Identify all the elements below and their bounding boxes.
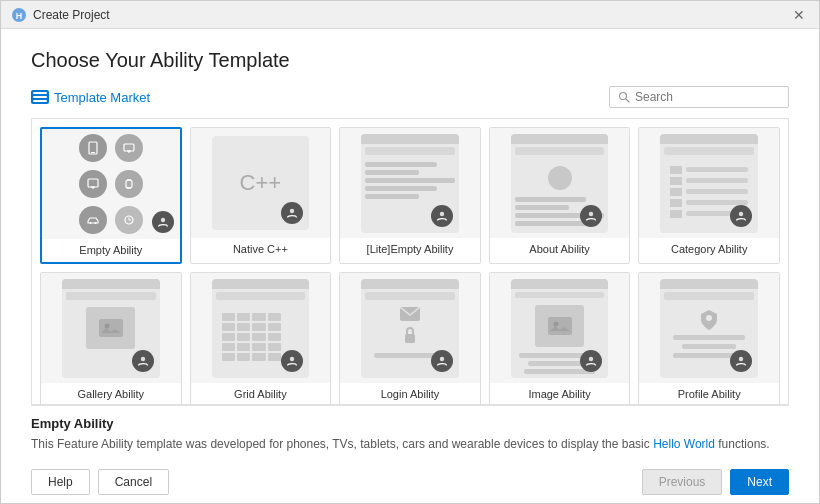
cancel-button[interactable]: Cancel (98, 469, 169, 495)
svg-point-27 (739, 211, 743, 215)
avatar-badge-login (431, 350, 453, 372)
svg-point-37 (589, 356, 593, 360)
svg-rect-35 (548, 317, 572, 335)
template-card-image-ability[interactable]: Image Ability (489, 272, 631, 405)
footer: Help Cancel Previous Next (31, 461, 789, 495)
svg-rect-15 (126, 180, 132, 188)
svg-rect-9 (124, 144, 134, 151)
template-label-category-ability: Category Ability (639, 238, 779, 261)
help-button[interactable]: Help (31, 469, 90, 495)
svg-rect-12 (88, 179, 98, 187)
svg-point-18 (89, 222, 91, 224)
avatar-badge-profile (730, 350, 752, 372)
template-card-native-cpp[interactable]: C++ Native C++ (190, 127, 332, 264)
avatar-badge (152, 211, 174, 233)
title-bar-title: Create Project (33, 8, 110, 22)
svg-rect-8 (91, 152, 95, 153)
template-market-label: Template Market (54, 90, 150, 105)
dialog-body: Choose Your Ability Template Template Ma… (1, 29, 819, 504)
footer-right: Previous Next (642, 469, 789, 495)
app-icon: H (11, 7, 27, 23)
svg-point-25 (440, 211, 444, 215)
template-label-gallery-ability: Gallery Ability (41, 383, 181, 405)
email-icon (400, 307, 420, 321)
avatar-badge-gallery (132, 350, 154, 372)
template-card-lite-empty[interactable]: [Lite]Empty Ability (339, 127, 481, 264)
svg-point-31 (290, 356, 294, 360)
avatar-badge-about (580, 205, 602, 227)
template-card-gallery-ability[interactable]: Gallery Ability (40, 272, 182, 405)
svg-line-6 (626, 99, 629, 102)
svg-text:H: H (16, 11, 23, 21)
title-bar: H Create Project ✕ (1, 1, 819, 29)
info-desc-highlight: Hello World (653, 437, 715, 451)
template-label-native-cpp: Native C++ (191, 238, 331, 261)
svg-point-39 (739, 356, 743, 360)
next-button[interactable]: Next (730, 469, 789, 495)
template-label-about-ability: About Ability (490, 238, 630, 261)
title-bar-left: H Create Project (11, 7, 110, 23)
avatar-badge-image (580, 350, 602, 372)
template-label-empty-ability: Empty Ability (42, 239, 180, 262)
previous-button: Previous (642, 469, 723, 495)
thumbnail-native-cpp: C++ (191, 128, 331, 238)
info-desc-text1: This Feature Ability template was develo… (31, 437, 653, 451)
svg-point-19 (94, 222, 96, 224)
svg-rect-33 (405, 334, 415, 343)
search-icon (618, 91, 630, 103)
search-input[interactable] (635, 90, 780, 104)
avatar-badge-cpp (281, 202, 303, 224)
avatar-badge-category (730, 205, 752, 227)
template-label-login-ability: Login Ability (340, 383, 480, 405)
svg-rect-4 (33, 100, 47, 102)
template-card-category-ability[interactable]: Category Ability (638, 127, 780, 264)
template-label-image-ability: Image Ability (490, 383, 630, 405)
template-card-about-ability[interactable]: About Ability (489, 127, 631, 264)
template-card-login-ability[interactable]: Login Ability (339, 272, 481, 405)
close-button[interactable]: ✕ (789, 7, 809, 23)
template-card-empty-ability[interactable]: Empty Ability (40, 127, 182, 264)
footer-left: Help Cancel (31, 469, 169, 495)
dialog-title: Choose Your Ability Template (31, 49, 789, 72)
info-panel: Empty Ability This Feature Ability templ… (31, 405, 789, 461)
template-card-grid-ability[interactable]: Grid Ability (190, 272, 332, 405)
thumbnail-gallery-ability (41, 273, 181, 383)
thumbnail-login-ability (340, 273, 480, 383)
template-label-profile-ability: Profile Ability (639, 383, 779, 405)
thumbnail-lite-empty (340, 128, 480, 238)
template-market-button[interactable]: Template Market (31, 90, 150, 105)
svg-point-26 (589, 211, 593, 215)
svg-point-23 (160, 218, 164, 222)
svg-point-34 (440, 356, 444, 360)
template-card-profile-ability[interactable]: Profile Ability (638, 272, 780, 405)
thumbnail-grid-ability (191, 273, 331, 383)
svg-point-29 (104, 323, 109, 328)
profile-icon (699, 309, 719, 331)
templates-grid: Empty Ability C++ Native C++ (32, 119, 788, 405)
avatar-badge-lite (431, 205, 453, 227)
info-desc: This Feature Ability template was develo… (31, 435, 789, 453)
svg-point-24 (290, 209, 294, 213)
template-market-icon (31, 90, 49, 104)
search-box (609, 86, 789, 108)
svg-rect-3 (33, 96, 47, 98)
template-label-grid-ability: Grid Ability (191, 383, 331, 405)
svg-point-36 (553, 321, 558, 326)
thumbnail-image-ability (490, 273, 630, 383)
toolbar: Template Market (31, 86, 789, 108)
thumbnail-about-ability (490, 128, 630, 238)
svg-rect-2 (33, 92, 47, 94)
info-desc-text2: functions. (715, 437, 770, 451)
lock-icon (403, 326, 417, 344)
avatar-badge-grid (281, 350, 303, 372)
svg-point-30 (140, 356, 144, 360)
info-title: Empty Ability (31, 416, 789, 431)
thumbnail-profile-ability (639, 273, 779, 383)
templates-grid-container: Empty Ability C++ Native C++ (31, 118, 789, 405)
template-label-lite-empty: [Lite]Empty Ability (340, 238, 480, 261)
thumbnail-category-ability (639, 128, 779, 238)
thumbnail-empty-ability (42, 129, 180, 239)
svg-rect-28 (99, 319, 123, 337)
svg-point-38 (706, 315, 712, 321)
